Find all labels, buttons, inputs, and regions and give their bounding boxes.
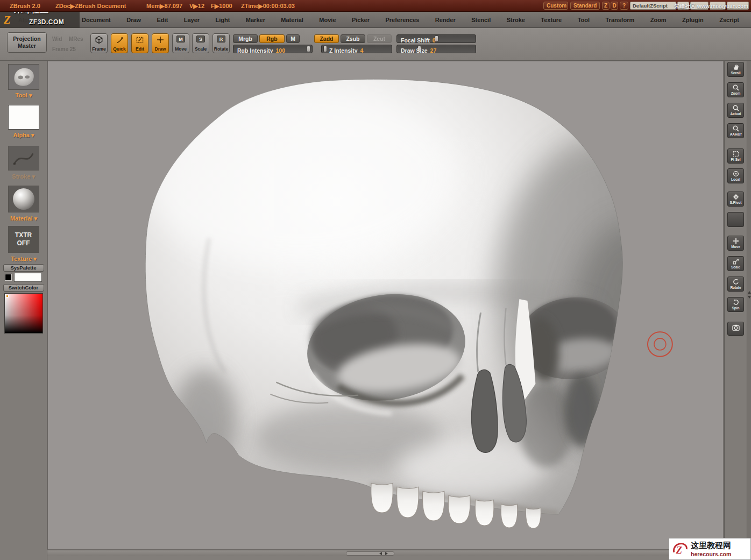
scale-transform-button[interactable]: Scale xyxy=(727,256,744,271)
quick-button-label: Quick xyxy=(113,46,126,52)
rgb-intensity-label: Rgb Intensity xyxy=(237,47,273,53)
rotate-button[interactable]: R Rotate xyxy=(212,33,230,53)
slider-handle[interactable] xyxy=(307,46,310,52)
menu-item-document[interactable]: Document xyxy=(82,17,111,23)
zoom-button-label: Zoom xyxy=(728,91,743,95)
magnifier-icon xyxy=(732,84,740,91)
texture-palette-label[interactable]: Texture ▾ xyxy=(0,256,47,263)
mrgb-mode-button[interactable]: Mrgb xyxy=(233,34,258,43)
strip-arrow-down-icon[interactable] xyxy=(748,296,751,299)
secondary-color-swatch[interactable] xyxy=(14,273,42,282)
menu-item-light[interactable]: Light xyxy=(216,17,230,23)
move-button[interactable]: M Move xyxy=(172,33,189,53)
menu-item-movie[interactable]: Movie xyxy=(319,17,336,23)
disabled-wid-label: Wid xyxy=(52,36,62,42)
tool-preview-thumbnail[interactable] xyxy=(8,64,39,90)
zcut-mode-button[interactable]: Zcut xyxy=(367,34,392,43)
menu-item-marker[interactable]: Marker xyxy=(246,17,265,23)
projection-master-button[interactable]: Projection Master xyxy=(7,32,47,53)
slider-handle[interactable] xyxy=(323,46,327,52)
menu-item-draw[interactable]: Draw xyxy=(126,17,141,23)
alpha-preview-thumbnail[interactable] xyxy=(8,105,39,130)
scroll-right-icon[interactable] xyxy=(385,552,388,555)
scale-letter-icon: S xyxy=(196,36,205,42)
scroll-button[interactable]: Scroll xyxy=(727,62,744,77)
sculpt-canvas[interactable] xyxy=(47,61,724,550)
menu-item-material[interactable]: Material xyxy=(281,17,303,23)
menu-item-picker[interactable]: Picker xyxy=(352,17,370,23)
cube-icon xyxy=(95,36,103,44)
draw-size-value: 27 xyxy=(430,47,437,53)
m-mode-button[interactable]: M xyxy=(286,34,300,43)
rotate-transform-button[interactable]: Rotate xyxy=(727,277,744,292)
zadd-mode-button[interactable]: Zadd xyxy=(314,34,339,43)
menu-item-preferences[interactable]: Preferences xyxy=(385,17,419,23)
menu-item-transform[interactable]: Transform xyxy=(605,17,634,23)
ztime-readout: ZTime▶00:00:03.03 xyxy=(241,3,295,10)
stroke-preview-thumbnail[interactable] xyxy=(8,146,39,171)
standard-ui-button[interactable]: Standard xyxy=(570,2,600,10)
texture-preview-thumbnail[interactable]: TXTR OFF xyxy=(8,226,39,253)
menu-item-texture[interactable]: Texture xyxy=(541,17,562,23)
actual-button-label: Actual xyxy=(728,112,743,116)
right-divider-strip[interactable] xyxy=(747,61,751,560)
menu-item-render[interactable]: Render xyxy=(435,17,456,23)
material-palette-label[interactable]: Material ▾ xyxy=(0,215,47,222)
watermark-site-title: 这里教程网 xyxy=(691,541,731,551)
crosshair-icon xyxy=(156,36,165,44)
focal-shift-slider[interactable]: Focal Shift0 xyxy=(396,34,476,43)
frame-button[interactable]: Frame xyxy=(90,33,108,53)
menu-item-tool[interactable]: Tool xyxy=(578,17,590,23)
disabled-mres-label: MRes xyxy=(69,36,83,42)
disabled-frame-label: Frame 25 xyxy=(52,46,76,52)
snapshot-button[interactable] xyxy=(727,322,744,336)
actual-button[interactable]: Actual xyxy=(727,103,744,118)
color-picker[interactable] xyxy=(4,293,43,334)
move-button-label: Move xyxy=(175,46,187,52)
z-intensity-slider[interactable]: Z Intensity4 xyxy=(321,45,392,53)
spin-button[interactable]: Spin xyxy=(727,297,744,312)
material-preview-thumbnail[interactable] xyxy=(8,186,39,212)
zoom-button[interactable]: Zoom xyxy=(727,82,744,97)
spivot-button[interactable]: S.Pivot xyxy=(727,192,744,207)
aahalf-button[interactable]: AAHalf xyxy=(727,123,744,138)
move-transform-label: Move xyxy=(728,245,743,249)
focal-shift-label: Focal Shift xyxy=(401,37,430,43)
zsub-mode-button[interactable]: Zsub xyxy=(341,34,365,43)
menu-item-stroke[interactable]: Stroke xyxy=(507,17,525,23)
edit-button[interactable]: Edit xyxy=(131,33,148,53)
strip-arrow-up-icon[interactable] xyxy=(748,291,751,294)
watermark-site-url: herecours.com xyxy=(691,551,731,557)
ptsel-button[interactable]: Pt Sel xyxy=(727,148,744,164)
local-button[interactable]: Local xyxy=(727,168,744,183)
d-button[interactable]: D xyxy=(611,2,618,10)
scale-button[interactable]: S Scale xyxy=(192,33,209,53)
zscript-field[interactable]: DefaultZScript xyxy=(630,2,676,10)
menu-item-stencil[interactable]: Stencil xyxy=(471,17,491,23)
rgb-mode-button[interactable]: Rgb xyxy=(259,34,285,43)
move-transform-button[interactable]: Move xyxy=(727,236,744,251)
quick-button[interactable]: Quick xyxy=(111,33,128,53)
draw-button[interactable]: Draw xyxy=(152,33,169,53)
color-picker-marker[interactable] xyxy=(6,295,9,297)
draw-size-slider[interactable]: Draw Size27 xyxy=(396,45,476,53)
menu-item-edit[interactable]: Edit xyxy=(157,17,168,23)
syspalette-button[interactable]: SysPalette xyxy=(3,264,44,272)
z-button[interactable]: Z xyxy=(602,2,610,10)
menu-item-zplugin[interactable]: Zplugin xyxy=(682,17,704,23)
main-color-swatch[interactable] xyxy=(5,274,12,281)
alpha-palette-label[interactable]: Alpha ▾ xyxy=(0,132,47,139)
menu-item-zscript[interactable]: Zscript xyxy=(719,17,739,23)
tool-palette-label[interactable]: Tool ▾ xyxy=(0,92,47,99)
menu-item-zoom[interactable]: Zoom xyxy=(650,17,667,23)
custom-ui-button[interactable]: Custom xyxy=(543,2,568,10)
canvas-horizontal-scrollbar[interactable] xyxy=(47,550,724,556)
help-button[interactable]: ? xyxy=(620,2,628,10)
switchcolor-button[interactable]: SwitchColor xyxy=(3,284,44,292)
menu-item-layer[interactable]: Layer xyxy=(184,17,200,23)
scale-button-label: Scale xyxy=(195,46,207,52)
scroll-left-icon[interactable] xyxy=(379,552,382,555)
blank-button[interactable] xyxy=(727,212,744,227)
rgb-intensity-slider[interactable]: Rgb Intensity100 xyxy=(233,45,313,53)
stroke-palette-label[interactable]: Stroke ▾ xyxy=(0,173,47,180)
